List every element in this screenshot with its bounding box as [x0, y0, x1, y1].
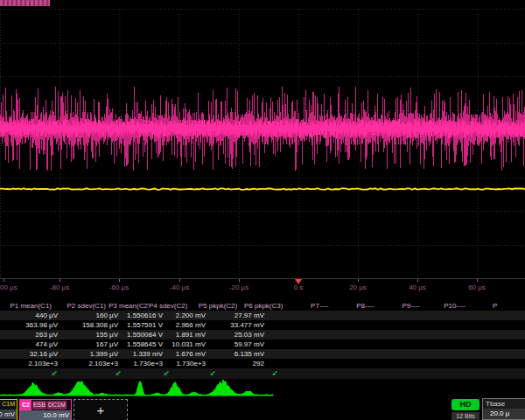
c2-channel-label: C2 [20, 400, 32, 410]
measure-value: 440 µV [0, 311, 60, 320]
c2-scale-label: 10.0 mV [20, 410, 71, 420]
measure-header[interactable]: P5 pkpk(C2) [187, 301, 240, 311]
plus-icon: + [97, 402, 105, 417]
axis-tick-label: 0 s [294, 284, 304, 291]
c1-scale-label: 0 mV [0, 410, 17, 419]
measure-value: 1.676 mV [165, 349, 208, 359]
timebase-descriptor[interactable]: Tbase 20.0 µ [482, 398, 525, 420]
measure-value: 10.031 mV [165, 340, 208, 349]
hd-bits-label: 12 Bits [452, 412, 480, 420]
measure-header-unused[interactable]: P7---- [285, 301, 331, 311]
measure-value: 2.966 mV [165, 320, 208, 330]
measure-value: 1.399 µV [60, 349, 121, 359]
axis-tick-label: 00 µs [0, 284, 18, 291]
measure-value: 1.339 mV [121, 349, 165, 359]
measure-value: 1.550616 V [121, 311, 165, 320]
cropped-menu-highlight [0, 0, 50, 6]
measure-value: 1.891 mV [165, 330, 208, 340]
histogram-trace [0, 376, 525, 399]
measurement-table: P1 mean(C1)P2 sdev(C1)P3 mean(C2)P4 sdev… [0, 301, 525, 379]
table-row: 263 µV155 µV1.550084 V1.891 mV25.03 mV [0, 330, 525, 340]
measure-header[interactable]: P2 sdev(C1) [54, 301, 108, 311]
c2-descriptor-top-row: C2 ESB DC1M [20, 400, 71, 410]
measure-value: 1.730e+3 [165, 359, 208, 368]
measure-header-unused[interactable]: P8---- [332, 301, 377, 311]
measure-value: 292 [208, 359, 267, 368]
measure-value: 2.103e+3 [60, 359, 121, 368]
c2-eres-badge: ESB [32, 401, 46, 410]
measure-value: 160 µV [60, 311, 121, 320]
measure-value: 263 µV [0, 330, 60, 340]
table-row: 32.16 µV1.399 µV1.339 mV1.676 mV6.135 mV [0, 349, 525, 359]
axis-tick-label: 20 µs [349, 284, 367, 291]
measure-value: 33.477 mV [208, 320, 267, 330]
axis-tick [60, 279, 60, 282]
add-trace-button[interactable]: + [74, 399, 128, 420]
measure-value: 1.550084 V [121, 330, 165, 340]
table-row: 474 µV167 µV1.558645 V10.031 mV59.97 mV [0, 340, 525, 349]
waveform-display [0, 0, 525, 278]
c2-coupling-badge: DC1M [47, 401, 66, 410]
measure-value: 158.308 µV [60, 320, 121, 330]
axis-line [0, 278, 525, 279]
oscilloscope-screen: 00 µs-80 µs-60 µs-40 µs-20 µs0 s20 µs40 … [0, 0, 525, 420]
hd-mode-badge[interactable]: HD [452, 399, 480, 410]
axis-tick [298, 279, 299, 282]
table-row: 440 µV160 µV1.550616 V2.200 mV27.97 mV [0, 311, 525, 320]
timebase-title: Tbase [483, 399, 525, 409]
measure-value: 27.97 mV [208, 311, 267, 320]
measure-header[interactable]: P3 mean(C2) [108, 301, 149, 311]
measure-value: 1.730e+3 [121, 359, 165, 368]
axis-tick-label: -60 µs [109, 284, 129, 291]
measure-value: 167 µV [60, 340, 121, 349]
measure-value: 2.103e+3 [0, 359, 60, 368]
measure-value: 474 µV [0, 340, 60, 349]
measure-value: 32.16 µV [0, 349, 60, 359]
axis-tick-label: 60 µs [468, 284, 486, 291]
measure-value: 363.98 µV [0, 320, 60, 330]
axis-tick [477, 279, 478, 282]
axis-tick [358, 279, 359, 282]
axis-tick [119, 279, 120, 282]
axis-tick-label: -20 µs [229, 284, 248, 291]
measure-header[interactable]: P1 mean(C1) [0, 301, 54, 311]
axis-tick-label: 40 µs [409, 284, 426, 291]
axis-tick [239, 279, 240, 282]
measure-value: 1.558645 V [121, 340, 165, 349]
axis-tick [179, 279, 180, 282]
channel1-descriptor[interactable]: C1M 0 mV [0, 399, 18, 420]
table-row: 363.98 µV158.308 µV1.557591 V2.966 mV33.… [0, 320, 525, 330]
measure-value: 6.135 mV [208, 349, 267, 359]
timebase-scale-label: 20.0 µ [483, 409, 525, 419]
measure-header-unused[interactable]: P10---- [423, 301, 468, 311]
table-row: 2.103e+32.103e+31.730e+31.730e+3292 [0, 359, 525, 368]
measure-header-unused[interactable]: P9---- [377, 301, 423, 311]
measure-header-unused[interactable]: P6 pkpk(C3) [240, 301, 285, 311]
measure-value: 59.97 mV [208, 340, 267, 349]
axis-tick [417, 279, 418, 282]
axis-tick-label: -40 µs [170, 284, 189, 291]
timebase-axis: 00 µs-80 µs-60 µs-40 µs-20 µs0 s20 µs40 … [0, 278, 525, 301]
measure-header[interactable]: P4 sdev(C2) [149, 301, 187, 311]
axis-tick [4, 279, 4, 282]
measure-value: 2.200 mV [165, 311, 208, 320]
channel2-descriptor[interactable]: C2 ESB DC1M 10.0 mV [19, 399, 72, 420]
axis-tick-label: -80 µs [50, 284, 69, 291]
measure-value: 1.557591 V [121, 320, 165, 330]
measure-header-unused[interactable]: P [468, 301, 525, 311]
measure-value: 155 µV [60, 330, 121, 340]
c1-coupling-label: C1M [0, 400, 17, 410]
measure-value: 25.03 mV [208, 330, 267, 340]
table-header-row: P1 mean(C1)P2 sdev(C1)P3 mean(C2)P4 sdev… [0, 301, 525, 311]
